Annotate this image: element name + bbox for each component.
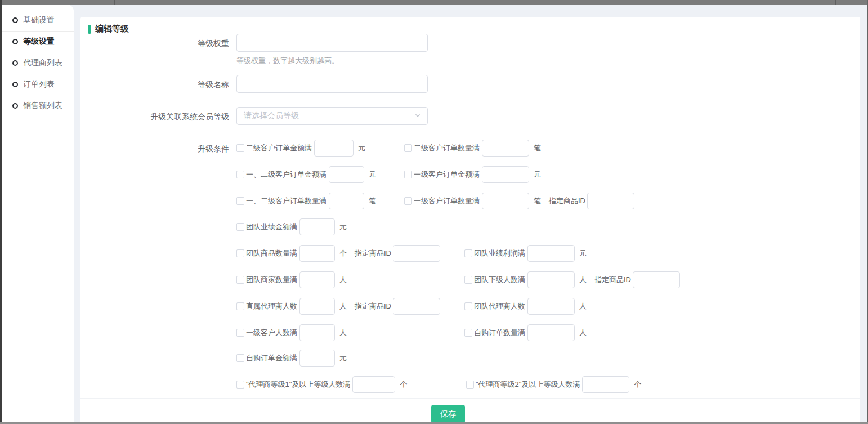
product-id-input[interactable] — [393, 245, 440, 262]
sidebar: 基础设置等级设置代理商列表订单列表销售额列表 — [2, 5, 74, 422]
condition-value-input[interactable] — [299, 218, 335, 235]
condition-checkbox[interactable] — [236, 329, 244, 337]
condition-unit: 人 — [579, 275, 587, 285]
condition-value-input[interactable] — [299, 271, 335, 288]
condition-label: 团队商家数量满 — [246, 275, 297, 285]
condition-checkbox[interactable] — [236, 302, 244, 310]
condition-label: 一、二级客户订单金额满 — [246, 169, 326, 180]
condition-checkbox[interactable] — [236, 171, 244, 178]
condition-value-input[interactable] — [314, 140, 354, 157]
condition-unit: 人 — [339, 328, 347, 338]
condition-checkbox[interactable] — [236, 197, 244, 205]
product-id-label: 指定商品ID — [594, 275, 631, 285]
condition-label: 自购订单金额满 — [246, 353, 297, 363]
sidebar-item-label: 订单列表 — [23, 79, 55, 90]
condition-label: "代理商等级2"及以上等级人数满 — [476, 380, 580, 390]
condition-value-input[interactable] — [582, 376, 629, 393]
condition-item: "代理商等级2"及以上等级人数满个 — [466, 376, 641, 393]
product-id-label: 指定商品ID — [355, 301, 391, 311]
condition-value-input[interactable] — [299, 245, 335, 262]
condition-item: 二级客户订单金额满元 — [236, 140, 365, 157]
condition-label: 一级客户人数满 — [246, 328, 297, 338]
footer-divider — [80, 398, 860, 399]
condition-unit: 人 — [339, 275, 347, 285]
condition-value-input[interactable] — [482, 140, 529, 157]
condition-value-input[interactable] — [299, 298, 335, 315]
radio-circle-icon — [12, 82, 18, 87]
sidebar-item-3[interactable]: 订单列表 — [2, 74, 74, 95]
window-bottom-edge — [0, 422, 868, 424]
condition-checkbox[interactable] — [236, 276, 244, 284]
sidebar-item-1[interactable]: 等级设置 — [2, 31, 74, 52]
condition-value-input[interactable] — [299, 350, 335, 367]
product-id-label: 指定商品ID — [549, 196, 585, 206]
condition-item: 团队代理商人数人 — [464, 298, 587, 315]
sidebar-item-label: 等级设置 — [23, 37, 55, 47]
product-id-label: 指定商品ID — [355, 248, 391, 258]
condition-unit: 个 — [400, 380, 407, 390]
condition-item: 一级客户订单金额满元 — [404, 166, 541, 183]
radio-circle-icon — [12, 103, 18, 109]
condition-unit: 人 — [339, 301, 347, 311]
condition-checkbox[interactable] — [404, 197, 412, 205]
condition-label: 自购订单数量满 — [474, 328, 525, 338]
condition-checkbox[interactable] — [236, 381, 244, 389]
condition-label: 团队业绩利润满 — [474, 248, 525, 258]
sidebar-item-label: 代理商列表 — [23, 58, 62, 68]
condition-item: 一、二级客户订单金额满元 — [236, 166, 376, 183]
condition-checkbox[interactable] — [464, 302, 472, 310]
condition-label: 团队代理商人数 — [474, 301, 525, 311]
condition-item: 直属代理商人数人指定商品ID — [236, 298, 440, 315]
condition-value-input[interactable] — [527, 324, 575, 341]
condition-unit: 元 — [339, 353, 347, 363]
condition-value-input[interactable] — [299, 324, 335, 341]
product-id-input[interactable] — [393, 298, 440, 315]
condition-label: 直属代理商人数 — [246, 301, 297, 311]
condition-unit: 元 — [534, 169, 541, 180]
condition-value-input[interactable] — [329, 166, 364, 183]
condition-item: 团队业绩金额满元 — [236, 218, 347, 235]
condition-item: 一级客户订单数量满笔指定商品ID — [404, 193, 634, 209]
product-id-input[interactable] — [587, 193, 634, 209]
condition-checkbox[interactable] — [404, 144, 412, 152]
condition-value-input[interactable] — [527, 271, 575, 288]
condition-item: 团队商家数量满人 — [236, 271, 347, 288]
condition-checkbox[interactable] — [236, 144, 244, 152]
window-top-edge — [0, 0, 868, 5]
product-id-input[interactable] — [633, 271, 680, 288]
sidebar-item-4[interactable]: 销售额列表 — [2, 95, 74, 117]
condition-unit: 人 — [579, 301, 587, 311]
condition-checkbox[interactable] — [236, 223, 244, 231]
condition-value-input[interactable] — [527, 298, 575, 315]
condition-unit: 笔 — [534, 196, 541, 206]
condition-unit: 元 — [579, 248, 587, 258]
condition-checkbox[interactable] — [466, 381, 474, 389]
save-button[interactable]: 保存 — [431, 405, 465, 423]
condition-value-input[interactable] — [482, 193, 529, 209]
sidebar-item-0[interactable]: 基础设置 — [2, 10, 74, 31]
condition-checkbox[interactable] — [404, 171, 412, 178]
condition-item: 团队业绩利润满元 — [464, 245, 587, 262]
condition-checkbox[interactable] — [236, 249, 244, 257]
condition-label: 一级客户订单金额满 — [414, 169, 480, 180]
condition-item: 自购订单金额满元 — [236, 350, 347, 367]
condition-label: 团队商品数量满 — [246, 248, 297, 258]
condition-checkbox[interactable] — [464, 249, 472, 257]
condition-unit: 个 — [634, 380, 641, 390]
upgrade-conditions-grid: 二级客户订单金额满元二级客户订单数量满笔一、二级客户订单金额满元一级客户订单金额… — [80, 17, 860, 422]
condition-value-input[interactable] — [527, 245, 575, 262]
window-left-edge — [0, 0, 2, 424]
condition-checkbox[interactable] — [236, 354, 244, 362]
condition-unit: 人 — [579, 328, 587, 338]
condition-value-input[interactable] — [352, 376, 395, 393]
condition-unit: 元 — [339, 222, 347, 232]
condition-checkbox[interactable] — [464, 276, 472, 284]
sidebar-item-2[interactable]: 代理商列表 — [2, 52, 74, 74]
content-card: 编辑等级 等级权重 等级权重，数字越大级别越高。 等级名称 升级关联系统会员等级… — [80, 17, 860, 422]
condition-value-input[interactable] — [329, 193, 364, 209]
condition-unit: 元 — [358, 143, 365, 153]
condition-value-input[interactable] — [482, 166, 529, 183]
condition-item: 一级客户人数满人 — [236, 324, 347, 341]
condition-checkbox[interactable] — [464, 329, 472, 337]
condition-unit: 个 — [339, 248, 347, 258]
